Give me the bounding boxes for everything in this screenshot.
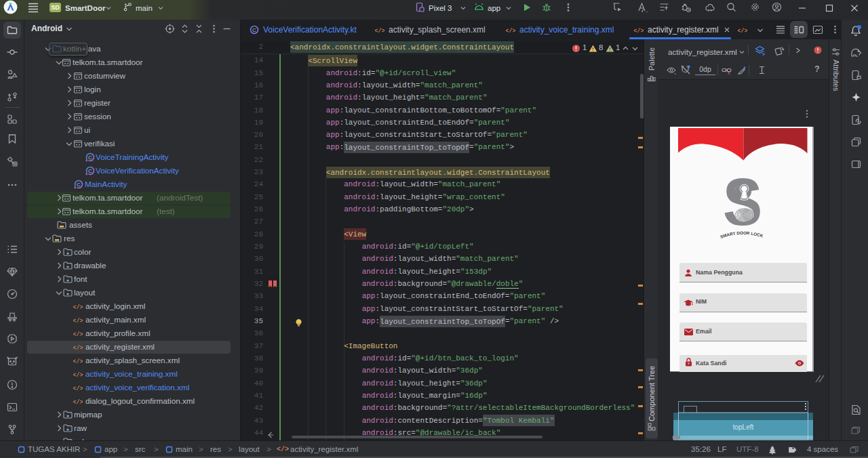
svg-text:</>: </> <box>738 28 747 35</box>
svg-text:SMART DOOR LOCK: SMART DOOR LOCK <box>719 230 764 239</box>
svg-text:</>: </> <box>506 28 515 35</box>
svg-text:</>: </> <box>634 28 644 35</box>
svg-text:C: C <box>88 168 92 174</box>
svg-text:</>: </> <box>73 345 83 352</box>
svg-text:topLeft: topLeft <box>733 423 754 431</box>
svg-text:</>: </> <box>73 372 83 379</box>
svg-text:C: C <box>77 182 81 188</box>
svg-text:</>: </> <box>73 331 83 338</box>
svg-text:C: C <box>88 154 92 161</box>
svg-text:C: C <box>252 27 256 33</box>
svg-text:</>: </> <box>73 399 83 406</box>
svg-text:</>: </> <box>73 304 83 311</box>
svg-text:</>: </> <box>375 28 384 35</box>
svg-text:</>: </> <box>73 318 83 325</box>
svg-text:</>: </> <box>73 358 83 365</box>
svg-text:</>: </> <box>73 386 83 392</box>
